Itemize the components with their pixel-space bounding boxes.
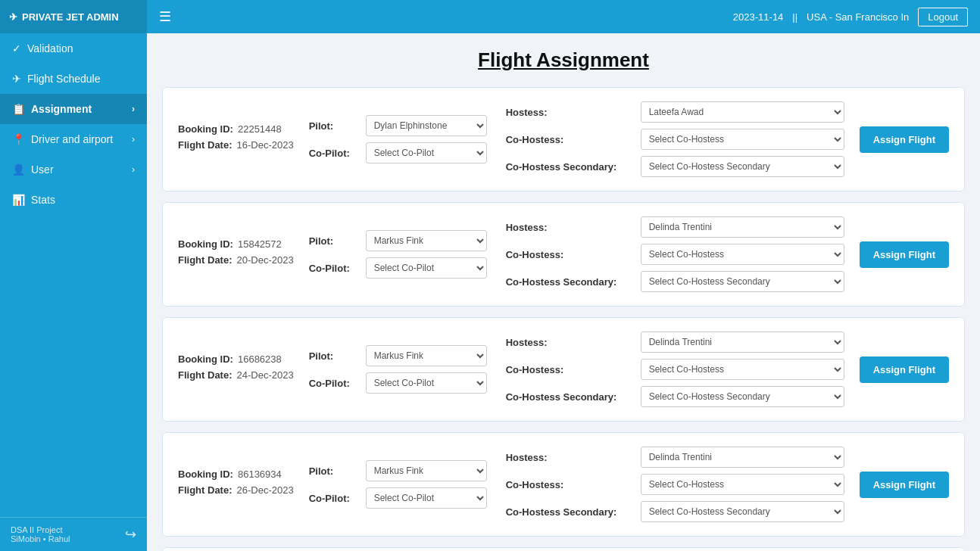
booking-id-label-3: Booking ID: bbox=[178, 469, 233, 480]
copilot-label-2: Co-Pilot: bbox=[309, 378, 358, 389]
booking-info-0: Booking ID: 22251448 Flight Date: 16-Dec… bbox=[178, 123, 294, 155]
booking-id-label-1: Booking ID: bbox=[178, 238, 233, 250]
co-hostess-secondary-label-1: Co-Hostess Secondary: bbox=[506, 276, 635, 288]
topbar-location: USA - San Francisco In bbox=[807, 11, 909, 23]
flight-card: Booking ID: 16686238 Flight Date: 24-Dec… bbox=[162, 317, 965, 422]
crew-section-3: Pilot: Markus Fink Co-Pilot: Select Co-P… bbox=[309, 460, 491, 509]
co-hostess-label-2: Co-Hostess: bbox=[506, 364, 635, 375]
sidebar-item-driver-and-airport[interactable]: 📍 Driver and airport › bbox=[0, 124, 147, 154]
pilot-label-0: Pilot: bbox=[309, 120, 358, 132]
copilot-select-1[interactable]: Select Co-Pilot bbox=[366, 257, 487, 279]
hostess-label-0: Hostess: bbox=[506, 107, 635, 118]
pilot-label-2: Pilot: bbox=[309, 350, 358, 362]
booking-info-2: Booking ID: 16686238 Flight Date: 24-Dec… bbox=[178, 353, 294, 385]
copilot-label-1: Co-Pilot: bbox=[309, 263, 358, 274]
copilot-select-2[interactable]: Select Co-Pilot bbox=[366, 372, 487, 394]
hostess-select-1[interactable]: Delinda Trentini bbox=[641, 216, 844, 238]
stats-label: Stats bbox=[31, 194, 55, 206]
logo-text: PRIVATE JET ADMIN bbox=[22, 11, 119, 23]
copilot-select-0[interactable]: Select Co-Pilot bbox=[366, 142, 487, 163]
booking-id-value-2: 16686238 bbox=[238, 353, 282, 365]
co-hostess-label-0: Co-Hostess: bbox=[506, 134, 635, 145]
hostess-section-1: Hostess: Delinda Trentini Co-Hostess: Se… bbox=[506, 216, 844, 292]
pilot-label-3: Pilot: bbox=[309, 465, 358, 477]
assign-flight-button-1[interactable]: Assign Flight bbox=[860, 241, 949, 268]
assign-flight-button-3[interactable]: Assign Flight bbox=[860, 472, 949, 498]
co-hostess-secondary-select-0[interactable]: Select Co-Hostess Secondary bbox=[641, 156, 844, 177]
topbar-separator: || bbox=[792, 11, 797, 23]
booking-info-1: Booking ID: 15842572 Flight Date: 20-Dec… bbox=[178, 238, 294, 270]
co-hostess-secondary-select-2[interactable]: Select Co-Hostess Secondary bbox=[641, 386, 844, 407]
hostess-section-2: Hostess: Delinda Trentini Co-Hostess: Se… bbox=[506, 332, 844, 407]
menu-icon[interactable]: ☰ bbox=[159, 8, 171, 25]
flight-card: Booking ID: 22251448 Flight Date: 16-Dec… bbox=[162, 87, 965, 191]
assign-flight-button-0[interactable]: Assign Flight bbox=[860, 126, 949, 153]
validation-label: Validation bbox=[27, 42, 73, 54]
booking-id-value-0: 22251448 bbox=[238, 123, 282, 135]
sidebar-item-user[interactable]: 👤 User › bbox=[0, 154, 147, 185]
sidebar-item-assignment[interactable]: 📋 Assignment › bbox=[0, 94, 147, 124]
stats-icon: 📊 bbox=[12, 194, 25, 206]
copilot-label-3: Co-Pilot: bbox=[309, 493, 358, 504]
pilot-select-1[interactable]: Markus Fink bbox=[366, 230, 487, 251]
hostess-section-0: Hostess: Lateefa Awad Co-Hostess: Select… bbox=[506, 101, 844, 177]
flight-date-label-0: Flight Date: bbox=[178, 139, 233, 151]
co-hostess-secondary-select-1[interactable]: Select Co-Hostess Secondary bbox=[641, 271, 844, 292]
flight-date-value-3: 26-Dec-2023 bbox=[237, 484, 294, 496]
validation-icon: ✓ bbox=[12, 42, 21, 54]
flight-date-value-2: 24-Dec-2023 bbox=[237, 369, 294, 381]
co-hostess-label-3: Co-Hostess: bbox=[506, 479, 635, 490]
pilot-label-1: Pilot: bbox=[309, 235, 358, 247]
hostess-select-0[interactable]: Lateefa Awad bbox=[641, 101, 844, 123]
flights-container: Booking ID: 22251448 Flight Date: 16-Dec… bbox=[162, 87, 965, 551]
sidebar: ✈ PRIVATE JET ADMIN ✓ Validation ✈ Fligh… bbox=[0, 0, 147, 551]
logout-button[interactable]: Logout bbox=[918, 8, 968, 26]
sidebar-item-flight-schedule[interactable]: ✈ Flight Schedule bbox=[0, 64, 147, 94]
flight-date-label-3: Flight Date: bbox=[178, 484, 233, 496]
assign-flight-button-2[interactable]: Assign Flight bbox=[860, 356, 949, 383]
sidebar-footer: DSA II Project SiMobin • Rahul ↪ bbox=[0, 517, 147, 551]
topbar-left: ☰ bbox=[159, 8, 171, 25]
hostess-label-2: Hostess: bbox=[506, 337, 635, 348]
hostess-select-3[interactable]: Delinda Trentini bbox=[641, 447, 844, 468]
co-hostess-select-2[interactable]: Select Co-Hostess bbox=[641, 359, 844, 380]
driver-and-airport-chevron: › bbox=[132, 134, 135, 145]
crew-section-1: Pilot: Markus Fink Co-Pilot: Select Co-P… bbox=[309, 230, 491, 279]
copilot-select-3[interactable]: Select Co-Pilot bbox=[366, 487, 487, 509]
footer-project: DSA II Project bbox=[11, 525, 70, 534]
hostess-select-2[interactable]: Delinda Trentini bbox=[641, 332, 844, 353]
topbar-date: 2023-11-14 bbox=[733, 11, 784, 23]
co-hostess-label-1: Co-Hostess: bbox=[506, 249, 635, 260]
flight-date-label-2: Flight Date: bbox=[178, 369, 233, 381]
booking-id-value-3: 86136934 bbox=[238, 469, 282, 480]
assignment-icon: 📋 bbox=[12, 103, 25, 115]
booking-id-value-1: 15842572 bbox=[238, 238, 282, 250]
co-hostess-select-3[interactable]: Select Co-Hostess bbox=[641, 474, 844, 495]
flight-schedule-label: Flight Schedule bbox=[27, 73, 101, 85]
driver-and-airport-label: Driver and airport bbox=[31, 133, 113, 145]
booking-id-label-0: Booking ID: bbox=[178, 123, 233, 135]
pilot-select-2[interactable]: Markus Fink bbox=[366, 345, 487, 366]
sidebar-item-stats[interactable]: 📊 Stats bbox=[0, 185, 147, 215]
flight-date-value-1: 20-Dec-2023 bbox=[237, 254, 294, 266]
booking-id-label-2: Booking ID: bbox=[178, 353, 233, 365]
logout-icon[interactable]: ↪ bbox=[125, 526, 136, 543]
co-hostess-select-1[interactable]: Select Co-Hostess bbox=[641, 244, 844, 265]
flight-schedule-icon: ✈ bbox=[12, 73, 21, 85]
co-hostess-select-0[interactable]: Select Co-Hostess bbox=[641, 129, 844, 150]
sidebar-nav: ✓ Validation ✈ Flight Schedule 📋 Assignm… bbox=[0, 33, 147, 517]
logo-icon: ✈ bbox=[9, 11, 17, 23]
crew-section-2: Pilot: Markus Fink Co-Pilot: Select Co-P… bbox=[309, 345, 491, 394]
sidebar-item-validation[interactable]: ✓ Validation bbox=[0, 33, 147, 64]
pilot-select-3[interactable]: Markus Fink bbox=[366, 460, 487, 481]
topbar-right: 2023-11-14 || USA - San Francisco In Log… bbox=[733, 8, 968, 26]
assignment-label: Assignment bbox=[31, 103, 92, 115]
flight-card: Booking ID: 86136934 Flight Date: 26-Dec… bbox=[162, 432, 965, 537]
page-title: Flight Assignment bbox=[162, 48, 965, 72]
flight-card: Booking ID: 93201403 Flight Date: Pilot:… bbox=[162, 547, 965, 551]
crew-section-0: Pilot: Dylan Elphinstone Co-Pilot: Selec… bbox=[309, 115, 491, 163]
footer-authors: SiMobin • Rahul bbox=[11, 534, 70, 543]
user-chevron: › bbox=[132, 164, 135, 175]
pilot-select-0[interactable]: Dylan Elphinstone bbox=[366, 115, 487, 136]
co-hostess-secondary-select-3[interactable]: Select Co-Hostess Secondary bbox=[641, 501, 844, 522]
